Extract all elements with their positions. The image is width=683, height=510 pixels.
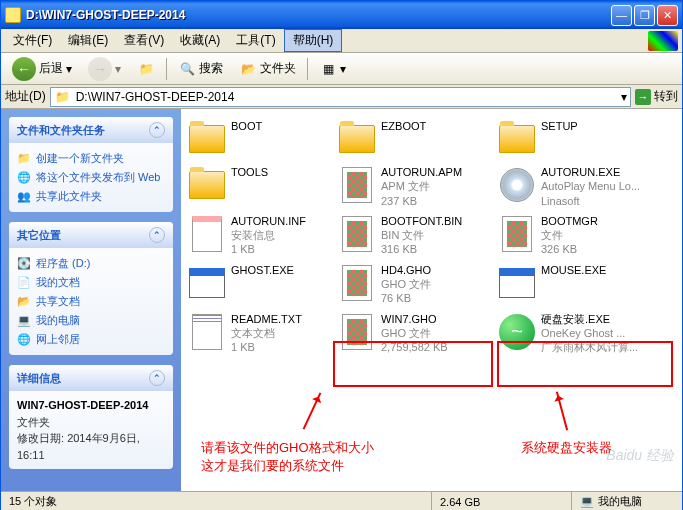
chevron-down-icon: ▾ [115,62,121,76]
titlebar[interactable]: D:\WIN7-GHOST-DEEP-2014 — ❐ ✕ [1,1,682,29]
file-size: 广东雨林木风计算... [541,340,638,354]
place-link[interactable]: 💻我的电脑 [17,311,165,330]
file-type: GHO 文件 [381,277,431,291]
file-size: 2,759,582 KB [381,340,448,354]
file-item[interactable]: README.TXT文本文档1 KB [185,310,335,357]
chevron-up-icon: ⌃ [149,370,165,386]
file-name: WIN7.GHO [381,312,448,326]
place-link[interactable]: 📂共享文档 [17,292,165,311]
file-item[interactable]: SETUP [495,117,655,161]
go-button[interactable]: → 转到 [635,88,678,105]
statusbar: 15 个对象 2.64 GB 💻 我的电脑 [1,491,682,510]
annotation-gho: 请看该文件的GHO格式和大小 这才是我们要的系统文件 [201,439,374,475]
file-item[interactable]: AUTORUN.APMAPM 文件237 KB [335,163,495,210]
place-link[interactable]: 🌐网上邻居 [17,330,165,349]
task-link[interactable]: 📁创建一个新文件夹 [17,149,165,168]
file-name: TOOLS [231,165,268,179]
views-icon: ▦ [319,60,337,78]
minimize-button[interactable]: — [611,5,632,26]
file-name: BOOTFONT.BIN [381,214,462,228]
computer-icon: 💻 [580,495,594,508]
installer-icon: ~ [499,314,535,350]
place-link[interactable]: 💽程序盘 (D:) [17,254,165,273]
file-type: OneKey Ghost ... [541,326,638,340]
file-item[interactable]: HD4.GHOGHO 文件76 KB [335,261,495,308]
file-item[interactable]: MOUSE.EXE [495,261,655,308]
folders-icon: 📂 [239,60,257,78]
file-item[interactable]: BOOT [185,117,335,161]
search-icon: 🔍 [178,60,196,78]
file-item[interactable]: AUTORUN.EXEAutoPlay Menu Lo...Linasoft [495,163,655,210]
annotation-installer: 系统硬盘安装器 [521,439,612,457]
forward-button[interactable]: → ▾ [83,55,126,83]
file-item[interactable]: ~硬盘安装.EXEOneKey Ghost ...广东雨林木风计算... [495,310,655,357]
views-button[interactable]: ▦▾ [314,58,351,80]
up-button[interactable]: 📁 [132,58,160,80]
task-icon: 👥 [17,190,31,204]
menu-edit[interactable]: 编辑(E) [60,30,116,51]
file-list[interactable]: BOOTEZBOOTSETUPTOOLSAUTORUN.APMAPM 文件237… [181,109,682,491]
menu-file[interactable]: 文件(F) [5,30,60,51]
task-link[interactable]: 🌐将这个文件夹发布到 Web [17,168,165,187]
file-type: 文本文档 [231,326,302,340]
file-item[interactable]: GHOST.EXE [185,261,335,308]
exe-icon [499,268,535,298]
file-size: 76 KB [381,291,431,305]
file-name: BOOTMGR [541,214,598,228]
file-name: SETUP [541,119,578,133]
close-button[interactable]: ✕ [657,5,678,26]
file-item[interactable]: BOOTFONT.BINBIN 文件316 KB [335,212,495,259]
search-button[interactable]: 🔍搜索 [173,58,228,80]
address-input[interactable]: 📁 D:\WIN7-GHOST-DEEP-2014 ▾ [50,87,631,107]
tasks-header[interactable]: 文件和文件夹任务 ⌃ [9,117,173,143]
file-item[interactable]: WIN7.GHOGHO 文件2,759,582 KB [335,310,495,357]
place-icon: 💻 [17,314,31,328]
task-icon: 📁 [17,152,31,166]
menu-view[interactable]: 查看(V) [116,30,172,51]
task-link[interactable]: 👥共享此文件夹 [17,187,165,206]
details-modified-label: 修改日期: [17,432,64,444]
folder-icon [189,171,225,199]
file-item[interactable]: EZBOOT [335,117,495,161]
folder-icon [339,125,375,153]
file-name: BOOT [231,119,262,133]
file-size: 316 KB [381,242,462,256]
chevron-down-icon[interactable]: ▾ [621,90,627,104]
file-item[interactable]: TOOLS [185,163,335,210]
place-icon: 💽 [17,257,31,271]
chevron-up-icon: ⌃ [149,122,165,138]
file-name: AUTORUN.EXE [541,165,640,179]
details-name: WIN7-GHOST-DEEP-2014 [17,399,148,411]
file-icon [342,167,372,203]
places-header[interactable]: 其它位置 ⌃ [9,222,173,248]
folders-button[interactable]: 📂文件夹 [234,58,301,80]
window-title: D:\WIN7-GHOST-DEEP-2014 [26,8,611,22]
place-link[interactable]: 📄我的文档 [17,273,165,292]
sidebar: 文件和文件夹任务 ⌃ 📁创建一个新文件夹🌐将这个文件夹发布到 Web👥共享此文件… [1,109,181,491]
windows-logo-icon [648,31,678,51]
menu-help[interactable]: 帮助(H) [284,29,343,52]
folder-icon [189,125,225,153]
details-header[interactable]: 详细信息 ⌃ [9,365,173,391]
chevron-down-icon: ▾ [66,62,72,76]
file-size: 326 KB [541,242,598,256]
maximize-button[interactable]: ❐ [634,5,655,26]
place-icon: 📂 [17,295,31,309]
address-path: D:\WIN7-GHOST-DEEP-2014 [76,90,235,104]
back-button[interactable]: ← 后退 ▾ [7,55,77,83]
chevron-up-icon: ⌃ [149,227,165,243]
toolbar: ← 后退 ▾ → ▾ 📁 🔍搜索 📂文件夹 ▦▾ [1,53,682,85]
file-type: AutoPlay Menu Lo... [541,179,640,193]
menu-favorites[interactable]: 收藏(A) [172,30,228,51]
arrow-icon [303,392,322,429]
file-item[interactable]: AUTORUN.INF安装信息1 KB [185,212,335,259]
menu-tools[interactable]: 工具(T) [228,30,283,51]
place-icon: 🌐 [17,333,31,347]
file-item[interactable]: BOOTMGR文件326 KB [495,212,655,259]
forward-icon: → [88,57,112,81]
file-icon [342,216,372,252]
watermark: Baidu 经验 [606,447,674,465]
file-type: GHO 文件 [381,326,448,340]
places-panel: 其它位置 ⌃ 💽程序盘 (D:)📄我的文档📂共享文档💻我的电脑🌐网上邻居 [9,222,173,355]
file-size: 1 KB [231,340,302,354]
